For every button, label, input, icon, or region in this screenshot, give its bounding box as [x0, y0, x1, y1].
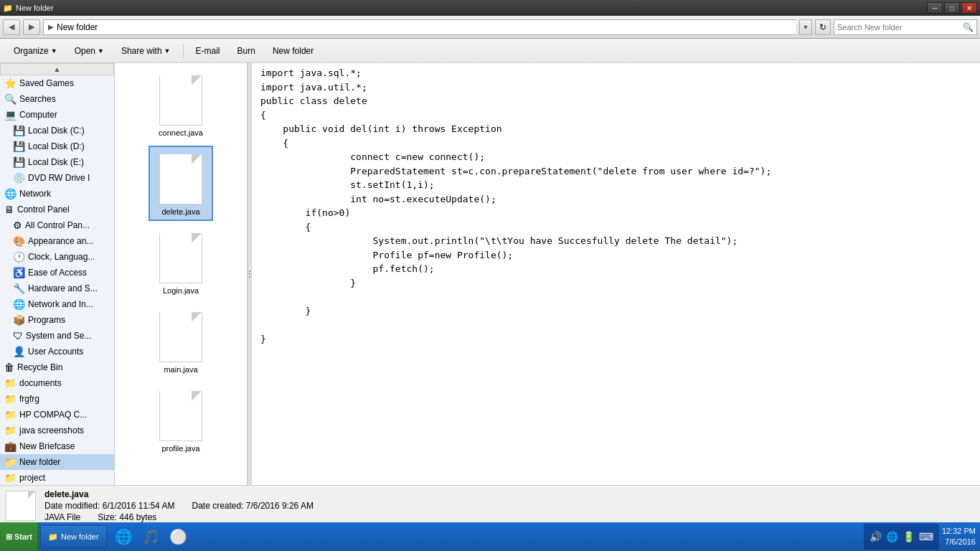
- status-info: delete.java Date modified: 6/1/2016 11:5…: [44, 489, 314, 522]
- sidebar-item-new-briefcase[interactable]: 💼New Briefcase: [0, 438, 114, 454]
- file-item-profile-java[interactable]: profile.java: [149, 382, 213, 458]
- file-list-pane: connect.java delete.java Login.java main…: [115, 63, 248, 485]
- date-modified-value: 6/1/2016 11:54 AM: [103, 501, 175, 511]
- sidebar-label-searches: Searches: [19, 94, 56, 104]
- sidebar-icon-network-internet: 🌐: [13, 298, 25, 310]
- sidebar-item-project[interactable]: 📁project: [0, 470, 114, 485]
- address-field[interactable]: ▶ New folder: [43, 19, 796, 35]
- file-item-delete-java[interactable]: delete.java: [149, 146, 213, 221]
- taskbar-app-ie[interactable]: 🌐: [111, 524, 137, 550]
- system-tray: 🔊🌐🔋⌨: [864, 524, 939, 550]
- sidebar-item-control-panel[interactable]: 🖥Control Panel: [0, 202, 114, 217]
- sidebar-item-java-screenshots[interactable]: 📁java screenshots: [0, 423, 114, 438]
- search-input[interactable]: [837, 23, 961, 32]
- address-dropdown[interactable]: ▼: [799, 19, 812, 35]
- back-button[interactable]: ◀: [3, 19, 20, 35]
- sidebar-icon-new-folder: 📁: [4, 456, 17, 468]
- sidebar-item-dvd-rw[interactable]: 💿DVD RW Drive I: [0, 170, 114, 186]
- sidebar-icon-clock-language: 🕐: [13, 251, 25, 263]
- status-file-icon: [6, 491, 36, 521]
- new-folder-button[interactable]: New folder: [265, 42, 321, 60]
- close-button[interactable]: ✕: [961, 2, 977, 14]
- taskbar-app-chrome[interactable]: ⚪: [166, 524, 192, 550]
- sidebar-icon-appearance: 🎨: [13, 235, 25, 247]
- sidebar-icon-computer: 💻: [4, 109, 17, 121]
- sidebar-icon-network: 🌐: [4, 188, 17, 199]
- toolbar-separator: [183, 44, 184, 58]
- sidebar-item-local-disk-d[interactable]: 💾Local Disk (D:): [0, 138, 114, 154]
- sidebar-item-network[interactable]: 🌐Network: [0, 186, 114, 202]
- maximize-button[interactable]: □: [944, 2, 960, 14]
- taskbar-app-media[interactable]: 🎵: [138, 524, 164, 550]
- title-bar: 📁 New folder ─ □ ✕: [0, 0, 980, 16]
- sidebar-item-network-internet[interactable]: 🌐Network and In...: [0, 296, 114, 312]
- share-with-button[interactable]: Share with▼: [113, 42, 179, 60]
- organize-button[interactable]: Organize▼: [6, 42, 65, 60]
- tray-icon-2[interactable]: 🔋: [903, 531, 915, 542]
- sidebar-scroll-up[interactable]: ▲: [0, 63, 114, 75]
- sidebar-item-saved-games[interactable]: ⭐Saved Games: [0, 75, 114, 91]
- sidebar-icon-java-screenshots: 📁: [4, 425, 17, 436]
- file-name-profile-java: profile.java: [161, 444, 199, 453]
- open-button[interactable]: Open▼: [67, 42, 112, 60]
- start-button[interactable]: ⊞ Start: [0, 522, 39, 551]
- file-name-login-java: Login.java: [163, 286, 199, 295]
- sidebar-icon-dvd-rw: 💿: [13, 172, 25, 184]
- sidebar-label-control-panel: Control Panel: [17, 204, 70, 215]
- sidebar-item-frgfrg[interactable]: 📁frgfrg: [0, 391, 114, 407]
- minimize-button[interactable]: ─: [927, 2, 943, 14]
- size-label: Size: 446 bytes: [98, 512, 156, 522]
- sidebar-item-hardware[interactable]: 🔧Hardware and S...: [0, 281, 114, 296]
- file-item-connect-java[interactable]: connect.java: [149, 67, 213, 142]
- sidebar-icon-local-disk-d: 💾: [13, 141, 25, 152]
- sidebar-item-recycle-bin[interactable]: 🗑Recycle Bin: [0, 359, 114, 375]
- sidebar-icon-recycle-bin: 🗑: [4, 362, 14, 373]
- search-box[interactable]: 🔍: [834, 19, 977, 35]
- burn-button[interactable]: Burn: [230, 42, 263, 60]
- sidebar-item-local-disk-e[interactable]: 💾Local Disk (E:): [0, 154, 114, 170]
- sidebar-item-all-control-panel[interactable]: ⚙All Control Pan...: [0, 217, 114, 233]
- sidebar-item-user-accounts[interactable]: 👤User Accounts: [0, 344, 114, 359]
- sidebar-label-hardware: Hardware and S...: [28, 283, 98, 293]
- sidebar-item-computer[interactable]: 💻Computer: [0, 107, 114, 123]
- code-pane[interactable]: import java.sql.*; import java.util.*; p…: [252, 63, 980, 485]
- sidebar-item-programs[interactable]: 📦Programs: [0, 312, 114, 328]
- tray-icon-1[interactable]: 🌐: [886, 531, 898, 542]
- date-created-label: Date created: 7/6/2016 9:26 AM: [192, 501, 313, 511]
- date-modified-label: Date modified: 6/1/2016 11:54 AM: [44, 501, 174, 511]
- sidebar-icon-project: 📁: [4, 472, 17, 484]
- sidebar-label-hp-compaq: HP COMPAQ C...: [19, 410, 87, 420]
- sidebar-icon-system-security: 🛡: [13, 330, 23, 342]
- taskbar-window-button[interactable]: 📁 New folder: [40, 525, 107, 548]
- sidebar-item-clock-language[interactable]: 🕐Clock, Languag...: [0, 249, 114, 265]
- sidebar-item-local-disk-c[interactable]: 💾Local Disk (C:): [0, 123, 114, 138]
- sidebar-icon-documents: 📁: [4, 377, 17, 389]
- sidebar-item-searches[interactable]: 🔍Searches: [0, 91, 114, 107]
- sidebar-item-new-folder[interactable]: 📁New folder: [0, 454, 114, 470]
- sidebar-item-appearance[interactable]: 🎨Appearance an...: [0, 233, 114, 249]
- sidebar-icon-local-disk-c: 💾: [13, 125, 25, 136]
- status-meta-row2: JAVA File Size: 446 bytes: [44, 512, 314, 522]
- search-icon[interactable]: 🔍: [963, 22, 974, 32]
- sidebar-item-ease-of-access[interactable]: ♿Ease of Access: [0, 265, 114, 281]
- tray-icon-3[interactable]: ⌨: [919, 531, 933, 542]
- sidebar-label-documents: documents: [19, 378, 62, 388]
- sidebar-label-new-briefcase: New Briefcase: [19, 441, 75, 451]
- taskbar-right: 🔊🌐🔋⌨ 12:32 PM 7/6/2016: [864, 524, 980, 550]
- sidebar: ▲ ⭐Saved Games🔍Searches💻Computer💾Local D…: [0, 63, 115, 485]
- refresh-button[interactable]: ↻: [815, 19, 831, 35]
- sidebar-item-documents[interactable]: 📁documents: [0, 375, 114, 391]
- sidebar-label-ease-of-access: Ease of Access: [28, 268, 87, 278]
- sidebar-label-local-disk-e: Local Disk (E:): [28, 157, 84, 167]
- title-bar-left: 📁 New folder: [3, 4, 54, 13]
- file-item-main-java[interactable]: main.java: [149, 303, 213, 379]
- sidebar-icon-hp-compaq: 📁: [4, 409, 17, 420]
- tray-icon-0[interactable]: 🔊: [870, 531, 882, 542]
- sidebar-label-all-control-panel: All Control Pan...: [25, 220, 90, 230]
- file-item-login-java[interactable]: Login.java: [149, 225, 213, 300]
- forward-button[interactable]: ▶: [23, 19, 40, 35]
- file-name-delete-java: delete.java: [161, 207, 199, 216]
- email-button[interactable]: E-mail: [188, 42, 228, 60]
- sidebar-item-system-security[interactable]: 🛡System and Se...: [0, 328, 114, 344]
- sidebar-item-hp-compaq[interactable]: 📁HP COMPAQ C...: [0, 407, 114, 423]
